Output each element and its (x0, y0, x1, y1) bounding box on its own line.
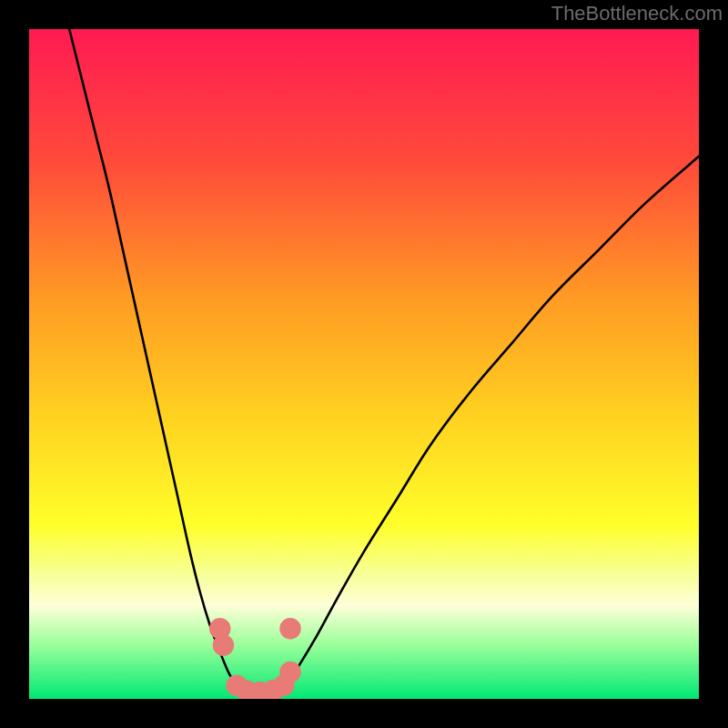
watermark-text: TheBottleneck.com (551, 2, 723, 25)
highlight-dot (279, 662, 301, 683)
highlight-dot (279, 618, 301, 640)
highlight-dot (213, 634, 235, 656)
plot-area (29, 29, 699, 699)
bottleneck-curve-chart (29, 29, 699, 699)
chart-frame: TheBottleneck.com (0, 0, 728, 728)
gradient-background (29, 29, 699, 699)
